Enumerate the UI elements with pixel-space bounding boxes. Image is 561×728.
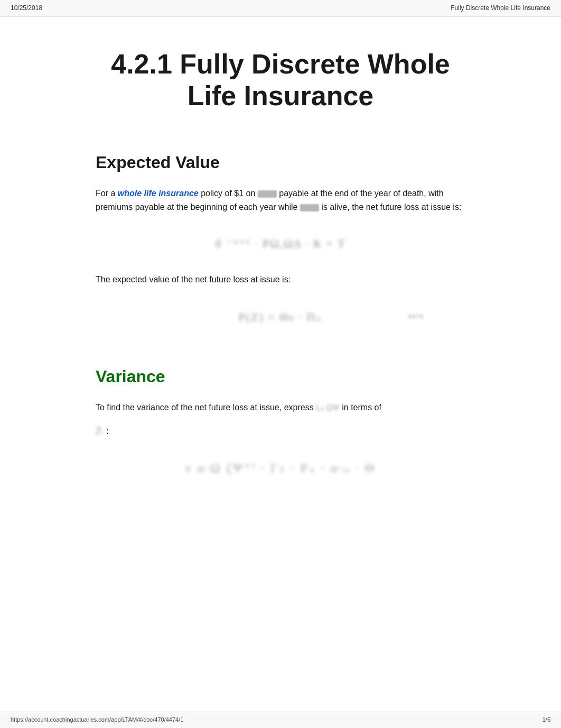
main-title: 4.2.1 Fully Discrete Whole Life Insuranc… xyxy=(96,49,465,112)
expected-value-heading: Expected Value xyxy=(96,149,465,176)
variance-inline-formula: Z̃ᵢ xyxy=(96,425,103,438)
colon-symbol: : xyxy=(106,423,109,439)
variance-para-before: To find the variance of the net future l… xyxy=(96,403,314,412)
browser-date: 10/25/2018 xyxy=(11,3,42,13)
expected-value-paragraph1: For a whole life insurance policy of $1 … xyxy=(96,187,465,215)
para1-after-link: policy of $1 on xyxy=(199,189,258,198)
blurred-loss-var: L₀ ΩΨ xyxy=(316,401,340,415)
whole-life-insurance-link[interactable]: whole life insurance xyxy=(118,189,199,198)
browser-top-bar: 10/25/2018 Fully Discrete Whole Life Ins… xyxy=(0,0,561,17)
formula2-row-wrapper: Ρ(Ζ) = Θ₀ · Πₓ 4474 xyxy=(96,302,465,331)
expected-value-paragraph2: The expected value of the net future los… xyxy=(96,273,465,287)
colon-line: Z̃ᵢ : xyxy=(96,423,465,439)
para1-before-link: For a xyxy=(96,189,118,198)
variance-heading: Variance xyxy=(96,363,465,390)
variance-paragraph1: To find the variance of the net future l… xyxy=(96,401,465,415)
blurred-name-1 xyxy=(258,190,277,198)
formula2: Ρ(Ζ) = Θ₀ · Πₓ xyxy=(238,308,322,326)
browser-page-title: Fully Discrete Whole Life Insurance xyxy=(451,3,550,13)
formula1: ð ⁻ʸ⁺¹ · ΡΩ,ΩΔ · К + Τ xyxy=(216,234,346,253)
blurred-name-2 xyxy=(300,204,319,211)
variance-para-after: in terms of xyxy=(342,403,381,412)
formula2-label: 4474 xyxy=(408,311,423,322)
formula3-container: ν α·Ω ζΨ⁺ˡ · Γ₁ · Ρₓ · α·ᵤ · Θ xyxy=(96,455,465,481)
formula1-container: ð ⁻ʸ⁺¹ · ΡΩ,ΩΔ · К + Τ xyxy=(96,231,465,257)
variance-section: Variance To find the variance of the net… xyxy=(96,363,465,481)
formula3: ν α·Ω ζΨ⁺ˡ · Γ₁ · Ρₓ · α·ᵤ · Θ xyxy=(185,458,376,478)
para1-end: is alive, the net future loss at issue i… xyxy=(319,202,461,211)
page-container: 4.2.1 Fully Discrete Whole Life Insuranc… xyxy=(53,17,508,539)
expected-value-section: Expected Value For a whole life insuranc… xyxy=(96,149,465,331)
